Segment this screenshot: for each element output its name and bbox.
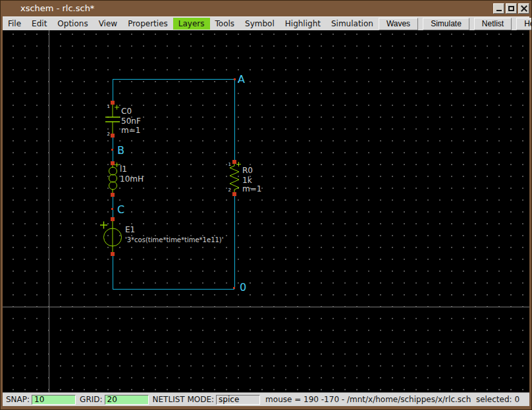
menu-properties[interactable]: Properties <box>122 18 173 30</box>
titlebar[interactable]: xschem - rlc.sch* <box>1 1 531 16</box>
net-label-0[interactable]: 0 <box>233 281 246 294</box>
component-value: 1k <box>242 176 252 185</box>
component-value: '3*cos(time*time*time*1e11)' <box>125 236 224 243</box>
menu-action-buttons: Waves Simulate Netlist Help <box>379 17 532 30</box>
simulate-button[interactable]: Simulate <box>423 18 469 30</box>
minimize-icon <box>496 10 502 11</box>
menu-highlight[interactable]: Highlight <box>280 18 326 30</box>
window-title: xschem - rlc.sch* <box>20 3 94 13</box>
waves-button[interactable]: Waves <box>379 18 418 30</box>
grid-input[interactable] <box>105 395 149 405</box>
menu-symbol[interactable]: Symbol <box>240 18 280 30</box>
pin-number: 2 <box>228 188 231 193</box>
component-extra: m=1 <box>121 126 140 135</box>
menu-view[interactable]: View <box>93 18 122 30</box>
plus-marker <box>115 163 119 167</box>
inductor-coil <box>109 174 117 182</box>
maximize-button[interactable] <box>506 3 517 14</box>
pin-square <box>111 161 115 165</box>
netlist-mode-input[interactable] <box>216 395 260 405</box>
component-inductor-l1[interactable]: l1 10mH <box>109 161 144 197</box>
net-label-text: A <box>238 73 245 86</box>
pin-number: 2 <box>107 132 110 137</box>
label-attach-dot <box>111 149 113 151</box>
label-attach-dot <box>233 287 235 289</box>
net-label-a[interactable]: A <box>234 73 245 86</box>
net-label-text: B <box>117 144 124 157</box>
pin-square <box>232 160 236 164</box>
circuit-drawing: 1 2 C0 50nF m=1 l1 10mH <box>3 30 529 394</box>
menu-file[interactable]: File <box>3 18 26 30</box>
net-label-c[interactable]: C <box>111 203 124 216</box>
component-resistor-r0[interactable]: 1 2 R0 1k m=1 <box>228 160 262 196</box>
pin-number: 1 <box>228 162 231 167</box>
menu-tools[interactable]: Tools <box>210 18 240 30</box>
netlist-mode-label: NETLIST MODE: <box>153 395 215 404</box>
close-button[interactable] <box>518 3 529 14</box>
component-value: 10mH <box>120 174 144 184</box>
menu-layers[interactable]: Layers <box>173 18 210 30</box>
component-value: 50nF <box>121 116 141 126</box>
label-attach-dot <box>111 208 113 210</box>
resistor-zigzag <box>230 164 239 193</box>
menu-edit[interactable]: Edit <box>26 18 52 30</box>
component-capacitor-c0[interactable]: 1 2 C0 50nF m=1 <box>105 101 141 138</box>
mouse-status-text: mouse = 190 -170 - /mnt/x/home/schippes/… <box>265 395 519 404</box>
net-label-b[interactable]: B <box>111 144 124 157</box>
pin-square <box>111 101 115 105</box>
maximize-icon <box>508 6 514 11</box>
pin-square <box>111 217 115 221</box>
net-label-text: 0 <box>240 281 246 294</box>
minimize-button[interactable] <box>493 3 504 14</box>
pin-square <box>111 252 115 256</box>
xschem-window: xschem - rlc.sch* File Edit Options View… <box>0 0 532 410</box>
inductor-coil <box>109 167 117 175</box>
plus-marker <box>236 162 241 167</box>
netlist-button[interactable]: Netlist <box>474 18 512 30</box>
menubar: File Edit Options View Properties Layers… <box>3 16 529 30</box>
window-controls <box>493 3 529 14</box>
component-ref: E1 <box>125 225 135 234</box>
component-vsource-e1[interactable]: E1 '3*cos(time*time*time*1e11)' <box>100 217 224 256</box>
close-icon <box>521 5 527 12</box>
plus-marker <box>100 222 107 229</box>
net-label-text: C <box>117 203 124 216</box>
pin-square <box>232 192 236 196</box>
component-ref: l1 <box>120 165 127 174</box>
pin-square <box>111 193 115 197</box>
help-button[interactable]: Help <box>516 18 532 30</box>
menu-options[interactable]: Options <box>52 18 93 30</box>
schematic-canvas[interactable]: 1 2 C0 50nF m=1 l1 10mH <box>3 30 529 394</box>
snap-label: SNAP: <box>6 395 30 404</box>
pin-square <box>111 134 115 138</box>
capacitor-plates <box>105 117 120 122</box>
label-attach-dot <box>234 78 236 80</box>
inductor-coil <box>109 182 117 190</box>
component-ref: R0 <box>242 166 253 175</box>
component-ref: C0 <box>121 107 132 116</box>
statusbar: SNAP: GRID: NETLIST MODE: mouse = 190 -1… <box>3 392 529 406</box>
snap-input[interactable] <box>32 395 76 405</box>
plus-marker <box>115 105 119 110</box>
grid-label: GRID: <box>80 395 102 404</box>
component-extra: m=1 <box>242 184 261 193</box>
menu-simulation[interactable]: Simulation <box>326 18 379 30</box>
pin-number: 1 <box>107 104 110 109</box>
